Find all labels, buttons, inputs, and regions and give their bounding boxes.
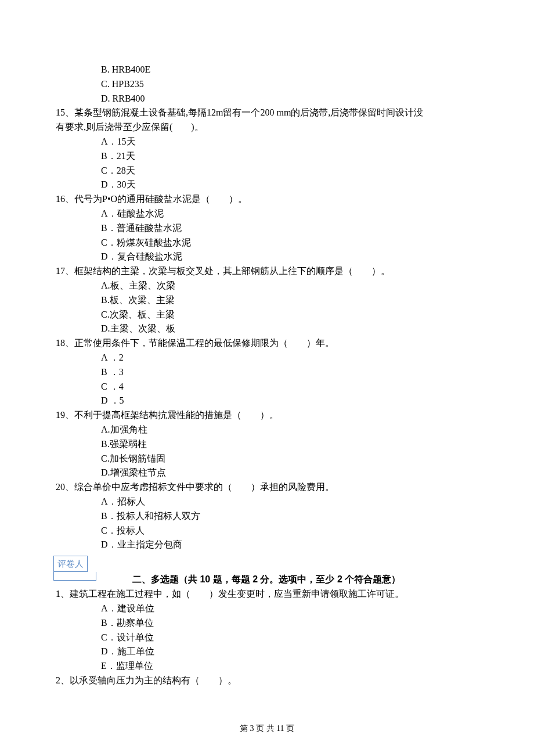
- q15-option-a: A．15天: [53, 135, 481, 149]
- page-content: B. HRB400E C. HPB235 D. RRB400 15、某条型钢筋混…: [0, 0, 534, 756]
- q15-option-c: C．28天: [53, 164, 481, 178]
- section2-title: 二、多选题（共 10 题，每题 2 分。选项中，至少 2 个符合题意）: [53, 573, 481, 587]
- q19-option-a: A.加强角柱: [53, 423, 481, 437]
- q20-option-d: D．业主指定分包商: [53, 538, 481, 552]
- q19-option-b: B.强梁弱柱: [53, 437, 481, 452]
- q15-stem-line2: 有要求,则后浇带至少应保留( )。: [53, 120, 481, 135]
- q20-option-a: A．招标人: [53, 495, 481, 509]
- q16-option-a: A．硅酸盐水泥: [53, 207, 481, 221]
- q17-option-c: C.次梁、板、主梁: [53, 308, 481, 322]
- q18-option-c: C ．4: [53, 380, 481, 394]
- q20-option-c: C．投标人: [53, 524, 481, 538]
- mq1-option-b: B．勘察单位: [53, 616, 481, 631]
- mq1-option-c: C．设计单位: [53, 631, 481, 645]
- q14-option-d: D. RRB400: [53, 92, 481, 106]
- q16-option-d: D．复合硅酸盐水泥: [53, 250, 481, 264]
- q18-option-d: D ．5: [53, 394, 481, 408]
- mq1-option-e: E．监理单位: [53, 659, 481, 674]
- q15-option-d: D．30天: [53, 178, 481, 192]
- q17-option-d: D.主梁、次梁、板: [53, 322, 481, 336]
- mq1-stem: 1、建筑工程在施工过程中，如（ ）发生变更时，应当重新申请领取施工许可证。: [53, 587, 481, 602]
- q14-option-b: B. HRB400E: [53, 63, 481, 77]
- q17-stem: 17、框架结构的主梁，次梁与板交叉处，其上部钢筋从上往下的顺序是（ ）。: [53, 264, 481, 279]
- q16-option-b: B．普通硅酸盐水泥: [53, 221, 481, 236]
- mq1-option-a: A．建设单位: [53, 602, 481, 616]
- grader-label: 评卷人: [53, 556, 88, 572]
- q17-option-b: B.板、次梁、主梁: [53, 293, 481, 308]
- mq2-stem: 2、以承受轴向压力为主的结构有（ ）。: [53, 674, 481, 688]
- q14-option-c: C. HPB235: [53, 77, 481, 92]
- q15-stem-line1: 15、某条型钢筋混凝土设备基础,每隔12m留有一个200 mm的后浇带,后浇带保…: [53, 106, 481, 120]
- q19-option-d: D.增强梁柱节点: [53, 466, 481, 480]
- mq1-option-d: D．施工单位: [53, 645, 481, 659]
- q15-option-b: B．21天: [53, 149, 481, 164]
- q19-option-c: C.加长钢筋锚固: [53, 452, 481, 466]
- q20-option-b: B．投标人和招标人双方: [53, 509, 481, 524]
- q18-option-a: A ．2: [53, 351, 481, 365]
- q16-stem: 16、代号为P•O的通用硅酸盐水泥是（ ）。: [53, 192, 481, 207]
- q20-stem: 20、综合单价中应考虑招标文件中要求的（ ）承担的风险费用。: [53, 480, 481, 495]
- q19-stem: 19、不利于提高框架结构抗震性能的措施是（ ）。: [53, 408, 481, 423]
- page-footer: 第 3 页 共 11 页: [0, 722, 534, 735]
- q16-option-c: C．粉煤灰硅酸盐水泥: [53, 236, 481, 250]
- q18-stem: 18、正常使用条件下，节能保温工程的最低保修期限为（ ）年。: [53, 336, 481, 351]
- q18-option-b: B ．3: [53, 365, 481, 380]
- q17-option-a: A.板、主梁、次梁: [53, 279, 481, 293]
